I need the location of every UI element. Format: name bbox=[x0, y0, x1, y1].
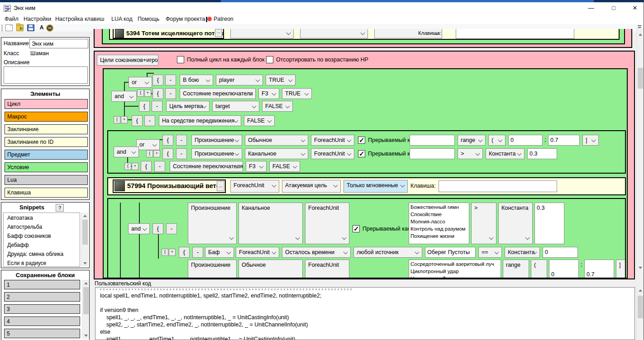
element-cycle[interactable]: Цикл bbox=[5, 99, 88, 109]
saved-blocks-scrollbar[interactable] bbox=[82, 280, 89, 339]
snippets-help-button[interactable]: ? bbox=[56, 204, 64, 212]
plus-mini-button[interactable]: + bbox=[153, 150, 160, 157]
spell-list-item[interactable]: Циклотронный удар bbox=[410, 268, 499, 275]
snippet-item[interactable]: Бафф союзников bbox=[7, 233, 51, 239]
spell-list-item[interactable]: Похищение жизни bbox=[410, 232, 467, 240]
main-scrollbar[interactable] bbox=[636, 28, 644, 278]
and-select[interactable]: and bbox=[111, 91, 137, 102]
plus-mini-button[interactable]: + bbox=[169, 249, 176, 256]
user-code-editor[interactable]: local spell1, endTime1, notInterruptible… bbox=[95, 287, 635, 340]
saved-block-1[interactable]: 1 bbox=[4, 280, 80, 289]
brace-button[interactable]: { bbox=[141, 161, 152, 172]
op-select[interactable]: == bbox=[478, 247, 502, 258]
cast-type-select[interactable]: Обычное bbox=[239, 260, 303, 279]
minus-button[interactable]: - bbox=[144, 115, 155, 126]
condition-select[interactable]: Цель мертва bbox=[166, 101, 210, 112]
close-button[interactable]: ✕ bbox=[625, 2, 644, 14]
buff-name-input[interactable] bbox=[425, 247, 476, 258]
bool-select[interactable]: FALSE bbox=[244, 115, 275, 126]
interruptible-checkbox[interactable] bbox=[358, 137, 365, 144]
sort-hp-checkbox[interactable] bbox=[266, 56, 273, 63]
switch-select[interactable]: F3 bbox=[246, 161, 267, 172]
op-select[interactable]: > bbox=[458, 148, 483, 159]
and-select[interactable]: and bbox=[114, 146, 139, 157]
minus-button[interactable]: - bbox=[165, 88, 176, 99]
menu-help[interactable]: Помощь bbox=[136, 15, 161, 23]
brace-button[interactable]: { bbox=[162, 148, 173, 159]
spell-list-item[interactable]: Спокойствие bbox=[410, 211, 467, 218]
minus-button[interactable]: - bbox=[176, 135, 187, 146]
brace-mini-button[interactable]: { bbox=[114, 116, 120, 123]
condition-select[interactable]: На средстве передвижения bbox=[159, 115, 241, 126]
code-scrollbar[interactable] bbox=[636, 285, 644, 340]
saved-block-2[interactable]: 2 bbox=[4, 292, 80, 302]
value-input[interactable] bbox=[410, 135, 455, 146]
name-input[interactable] bbox=[29, 39, 88, 48]
minus-button[interactable]: - bbox=[192, 247, 203, 258]
condition-select[interactable]: В бою bbox=[180, 75, 213, 85]
source-select[interactable]: Константа bbox=[505, 247, 540, 258]
main-scrollbar-thumb[interactable] bbox=[638, 68, 643, 89]
spell-list-item[interactable]: Божественный гимн bbox=[410, 203, 467, 211]
unit-select[interactable]: ForeachUnit bbox=[311, 135, 354, 146]
snippet-item[interactable]: Автострельба bbox=[7, 224, 42, 230]
unit-select[interactable]: ForeachUnit bbox=[236, 247, 279, 258]
element-lua[interactable]: Lua bbox=[5, 175, 88, 185]
param-select[interactable]: Осталось времени bbox=[282, 247, 351, 258]
minimize-button[interactable]: — bbox=[581, 2, 601, 14]
bracket-close-select[interactable]: ] bbox=[616, 260, 626, 279]
minus-button[interactable]: - bbox=[165, 75, 176, 85]
condition-select[interactable]: Произношение bbox=[188, 203, 237, 244]
snippet-item[interactable]: Друида: смена облика bbox=[7, 251, 63, 257]
op-select[interactable]: range bbox=[503, 260, 529, 279]
condition-select[interactable]: Произношение bbox=[191, 148, 242, 159]
unit-select[interactable]: target bbox=[212, 101, 259, 112]
full-cycle-checkbox[interactable] bbox=[177, 56, 184, 63]
plus-mini-button[interactable]: + bbox=[132, 163, 138, 170]
range-max-input[interactable] bbox=[548, 135, 580, 146]
code-scrollbar-thumb[interactable] bbox=[638, 296, 643, 318]
constant-input[interactable] bbox=[534, 203, 564, 244]
menu-settings[interactable]: Настройки bbox=[22, 15, 53, 23]
brace-button[interactable]: { bbox=[132, 115, 143, 126]
minus-button[interactable]: - bbox=[176, 148, 187, 159]
op-select[interactable]: > bbox=[471, 203, 496, 244]
cast-filter-select[interactable]: Только мгновенные bbox=[343, 180, 408, 193]
cast-type-select[interactable]: Обычное bbox=[245, 135, 308, 146]
condition-select[interactable]: Баф bbox=[205, 247, 234, 258]
snippet-item[interactable]: Если в радиусе bbox=[7, 260, 46, 266]
unit-select[interactable]: ForeachUnit bbox=[311, 148, 354, 159]
op-select[interactable]: range bbox=[458, 135, 486, 146]
clipped-target-select[interactable] bbox=[300, 29, 368, 38]
spell-browse-button[interactable]: ... bbox=[217, 181, 224, 191]
element-macro[interactable]: Макрос bbox=[5, 112, 88, 122]
bool-select[interactable]: TRUE bbox=[266, 75, 296, 85]
brace-button[interactable]: { bbox=[153, 75, 163, 85]
snippet-item[interactable]: Автоатака bbox=[7, 215, 33, 221]
brace-mini-button[interactable]: { bbox=[124, 163, 131, 170]
saved-block-3[interactable]: 3 bbox=[4, 304, 80, 314]
brace-button[interactable]: { bbox=[153, 223, 163, 234]
source-filter-select[interactable]: любой источник bbox=[353, 247, 422, 258]
menu-key-settings[interactable]: Настройка клавиш bbox=[53, 15, 106, 23]
range-min-input[interactable] bbox=[549, 260, 579, 279]
cast-type-select[interactable]: Канальное bbox=[245, 148, 308, 159]
saved-block-5[interactable]: 5 bbox=[4, 329, 80, 338]
brace-mini-button[interactable]: { bbox=[137, 90, 144, 97]
wow-icon[interactable]: W bbox=[46, 24, 53, 32]
key-input[interactable] bbox=[439, 180, 557, 192]
bracket-open-select[interactable]: ( bbox=[531, 260, 547, 279]
menu-lua-code[interactable]: LUA код bbox=[110, 15, 134, 23]
brace-mini-button[interactable]: { bbox=[162, 249, 168, 256]
constant-input[interactable] bbox=[543, 247, 578, 258]
condition-select[interactable]: Произношение bbox=[191, 135, 242, 146]
condition-select[interactable]: Состояние переключателя bbox=[180, 88, 256, 99]
brace-mini-button[interactable]: { bbox=[146, 150, 153, 157]
bool-select[interactable]: FALSE bbox=[269, 161, 300, 172]
new-file-icon[interactable] bbox=[5, 24, 13, 31]
bracket-close-select[interactable]: ] bbox=[582, 135, 599, 146]
bracket-open-select[interactable]: ( bbox=[488, 135, 506, 146]
snippet-item[interactable]: Дебафф bbox=[7, 242, 29, 248]
spell-browse-button[interactable]: ... bbox=[215, 29, 222, 37]
plus-mini-button[interactable]: + bbox=[144, 90, 151, 97]
